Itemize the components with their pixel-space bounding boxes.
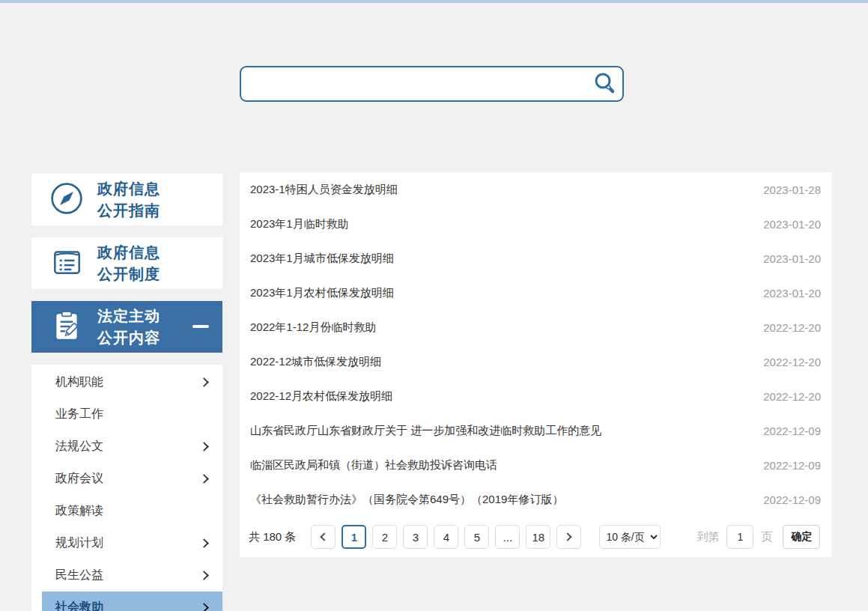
sidebar-item-gov-info-guide[interactable]: 政府信息 公开指南 [31, 174, 222, 225]
page-number-label: 2 [382, 531, 388, 544]
article-list: 2023-1特困人员资金发放明细 2023-01-28 2023年1月临时救助 … [240, 172, 832, 517]
article-title[interactable]: 2023年1月临时救助 [250, 217, 349, 231]
article-date: 2022-12-20 [763, 321, 821, 334]
search-button[interactable] [586, 67, 622, 100]
article-title[interactable]: 2022-12城市低保发放明细 [250, 355, 381, 369]
article-list-item[interactable]: 2022年1-12月份临时救助 2022-12-20 [240, 310, 832, 344]
sidebar-item-gov-info-system[interactable]: 政府信息 公开制度 [31, 237, 222, 289]
article-date: 2023-01-20 [763, 252, 821, 265]
page-number-button[interactable]: 4 [434, 525, 458, 549]
sidebar-submenu-item[interactable]: 业务工作 [31, 398, 222, 431]
page-number-button[interactable]: ... [495, 525, 520, 549]
sidebar-submenu: 机构职能 业务工作 法规公文 政府会议 [31, 365, 222, 611]
sidebar-item-label: 公开指南 [97, 200, 160, 222]
article-title[interactable]: 山东省民政厅山东省财政厅关于 进一步加强和改进临时救助工作的意见 [250, 424, 601, 438]
chevron-right-icon [199, 377, 209, 387]
sidebar-submenu-item-label: 法规公文 [55, 439, 103, 455]
sidebar-item-label: 公开内容 [97, 327, 160, 349]
sidebar-item-label: 法定主动 [97, 306, 160, 327]
article-title[interactable]: 《社会救助暂行办法》（国务院令第649号）（2019年修订版） [250, 493, 563, 507]
sidebar-submenu-item[interactable]: 机构职能 [31, 366, 222, 398]
page-number-label: ... [503, 531, 513, 544]
collapse-minus-icon[interactable] [192, 325, 209, 328]
chevron-right-icon [564, 532, 572, 541]
article-list-item[interactable]: 2022-12城市低保发放明细 2022-12-20 [240, 344, 832, 379]
article-list-item[interactable]: 2023-1特困人员资金发放明细 2023-01-28 [240, 172, 832, 207]
sidebar-submenu-item-label: 业务工作 [55, 407, 103, 422]
article-date: 2023-01-20 [763, 287, 821, 300]
article-date: 2022-12-09 [763, 459, 821, 472]
sidebar-submenu-item[interactable]: 法规公文 [31, 431, 222, 463]
sidebar-submenu-item-label: 政府会议 [55, 471, 103, 487]
sidebar-submenu-item[interactable]: 规划计划 [31, 527, 222, 559]
confirm-button[interactable]: 确定 [783, 525, 820, 549]
sidebar-submenu-item-label: 机构职能 [55, 374, 103, 390]
goto-suffix-label: 页 [761, 530, 772, 544]
sidebar-submenu-item[interactable]: 社会救助 [42, 592, 222, 611]
article-list-item[interactable]: 2022-12月农村低保发放明细 2022-12-20 [240, 379, 832, 413]
sidebar-submenu-item[interactable]: 民生公益 [31, 559, 222, 592]
chevron-right-icon [199, 603, 209, 611]
sidebar-submenu-item[interactable]: 政府会议 [31, 463, 222, 495]
chevron-right-icon [199, 571, 209, 580]
article-list-item[interactable]: 临淄区民政局和镇（街道）社会救助投诉咨询电话 2022-12-09 [240, 448, 832, 482]
search-icon [592, 71, 616, 97]
sidebar-submenu-item-label: 社会救助 [55, 600, 103, 611]
page-number-label: 4 [443, 531, 449, 544]
sidebar-item-statutory-disclosure[interactable]: 法定主动 公开内容 [31, 301, 222, 353]
page-number-label: 18 [532, 531, 545, 544]
chevron-left-icon [321, 532, 329, 541]
article-list-item[interactable]: 《社会救助暂行办法》（国务院令第649号）（2019年修订版） 2022-12-… [240, 482, 832, 517]
article-list-item[interactable]: 2023年1月农村低保发放明细 2023-01-20 [240, 276, 832, 310]
goto-page-input[interactable] [726, 525, 753, 549]
chevron-right-icon [199, 474, 209, 484]
sidebar-submenu-item-label: 政策解读 [55, 503, 103, 519]
article-title[interactable]: 2023-1特困人员资金发放明细 [250, 183, 398, 197]
goto-prefix-label: 到第 [696, 530, 719, 544]
sidebar-submenu-item-label: 民生公益 [55, 568, 103, 583]
page-number-label: 1 [351, 531, 357, 544]
article-title[interactable]: 2022年1-12月份临时救助 [250, 320, 376, 335]
page-number-button[interactable]: 5 [464, 525, 489, 549]
page-number-label: 3 [413, 531, 419, 544]
pagination-bar: 共 180 条 1 2 3 4 [240, 517, 832, 557]
article-title[interactable]: 2023年1月城市低保发放明细 [250, 252, 394, 266]
page: 政府信息 公开指南 政府信息 公开制度 [0, 0, 868, 611]
article-title[interactable]: 临淄区民政局和镇（街道）社会救助投诉咨询电话 [250, 458, 497, 472]
chevron-right-icon [199, 442, 209, 452]
article-date: 2022-12-20 [763, 390, 821, 403]
page-number-button[interactable]: 3 [403, 525, 428, 549]
search-input[interactable] [241, 67, 586, 100]
next-page-button[interactable] [556, 525, 581, 549]
page-number-label: 5 [474, 531, 480, 544]
chevron-right-icon [199, 538, 209, 548]
article-title[interactable]: 2022-12月农村低保发放明细 [250, 389, 392, 404]
article-list-item[interactable]: 山东省民政厅山东省财政厅关于 进一步加强和改进临时救助工作的意见 2022-12… [240, 413, 832, 448]
article-list-item[interactable]: 2023年1月城市低保发放明细 2023-01-20 [240, 241, 832, 276]
search-bar [240, 66, 624, 102]
page-size-select[interactable]: 10 条/页 [599, 525, 661, 549]
top-border-strip [0, 0, 868, 3]
prev-page-button[interactable] [311, 525, 336, 549]
sidebar-submenu-item-label: 规划计划 [55, 535, 103, 551]
article-list-item[interactable]: 2023年1月临时救助 2023-01-20 [240, 207, 832, 241]
article-date: 2022-12-09 [763, 493, 821, 506]
document-icon [49, 245, 84, 282]
content-panel: 2023-1特困人员资金发放明细 2023-01-28 2023年1月临时救助 … [240, 172, 832, 557]
total-count-label: 共 180 条 [249, 530, 296, 544]
sidebar-item-label: 公开制度 [97, 264, 160, 285]
sidebar: 政府信息 公开指南 政府信息 公开制度 [31, 174, 222, 611]
article-date: 2023-01-28 [763, 183, 821, 196]
compass-icon [49, 181, 84, 219]
sidebar-item-label: 政府信息 [97, 178, 160, 200]
article-date: 2022-12-09 [763, 425, 821, 437]
article-date: 2022-12-20 [763, 356, 821, 368]
sidebar-submenu-item[interactable]: 政策解读 [31, 495, 222, 527]
article-title[interactable]: 2023年1月农村低保发放明细 [250, 286, 394, 300]
page-number-button[interactable]: 18 [526, 525, 550, 549]
clipboard-pencil-icon [49, 308, 84, 346]
page-number-button[interactable]: 1 [342, 525, 366, 549]
goto-page-group: 到第 页 确定 [696, 525, 820, 549]
page-number-button[interactable]: 2 [372, 525, 397, 549]
article-date: 2023-01-20 [763, 218, 821, 231]
